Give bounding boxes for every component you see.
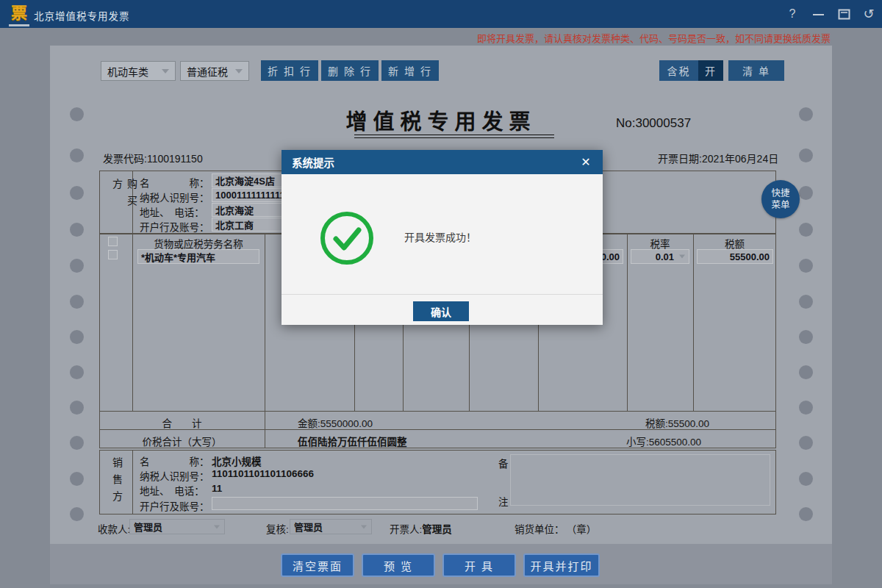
seller-address-value: 11 [212,483,222,494]
perforation-dot [799,401,813,415]
title-bar: 票 北京增值税专用发票 ? ↺ [0,0,882,28]
perforation-dot [799,436,813,450]
invoice-date: 开票日期:2021年06月24日 [658,151,778,165]
perforation-dot [799,472,813,486]
add-row-button[interactable]: 新 增 行 [381,60,439,81]
perforation-dot [799,507,813,521]
perforation-dot [70,107,84,121]
dialog-close-button[interactable]: ✕ [578,154,594,171]
reviewer-value: 管理员 [294,520,323,534]
col-divider [132,234,133,412]
perforation-dot [799,259,813,273]
col-divider [265,234,265,412]
issuer-value: 管理员 [422,524,452,535]
payee-select[interactable]: 管理员 [129,519,225,534]
app-title: 北京增值税专用发票 [34,8,130,23]
restore-button[interactable] [835,6,853,22]
tax-mode-select[interactable]: 普通征税 [180,61,249,81]
tax-included-toggle-label[interactable]: 含税 [659,60,698,81]
buyer-side-label: 购买方 [110,179,139,227]
perforation-dot [799,365,813,379]
perforation-dot [799,107,813,121]
perforation-dot [799,330,813,344]
totals-tax: 税额:55500.00 [645,415,709,430]
help-button[interactable]: ? [784,6,801,22]
undo-button[interactable]: ↺ [860,6,878,22]
quick-menu-button[interactable]: 快捷 菜单 [761,180,800,218]
seller-side-label: 销售方 [110,457,124,509]
issuer: 开票人:管理员 [390,521,452,536]
invoice-code: 发票代码:1100191150 [103,151,203,165]
delete-row-button[interactable]: 删 除 行 [321,60,379,81]
preview-button[interactable]: 预 览 [362,553,435,577]
words-label: 价税合计（大写） [99,434,265,448]
minimize-button[interactable] [810,6,828,22]
seller-taxid-value: 1101101101101106666 [212,468,314,479]
issue-and-print-button[interactable]: 开具并打印 [523,553,600,577]
perforation-dot [70,223,84,237]
remark-label-bottom: 注 [498,494,509,509]
dialog-footer-divider [282,294,603,295]
buyer-name-label: 名 称： [140,175,209,190]
col-header-tax-rate: 税率 [627,236,693,251]
seller-divider [132,450,133,514]
issue-button[interactable]: 开 具 [442,553,516,577]
dialog-message: 开具发票成功！ [404,229,476,244]
col-header-tax-amount: 税额 [693,236,776,251]
perforation-dot [799,223,813,237]
seller-name-value: 北京小规模 [212,453,262,468]
issuer-label: 开票人: [390,524,422,535]
perforation-dot [70,295,84,309]
confirm-button[interactable]: 确认 [413,301,469,321]
system-prompt-dialog: 系统提示 ✕ 开具发票成功！ 确认 [282,150,603,325]
invoice-number: No:30000537 [616,116,691,131]
row-checkbox[interactable] [108,250,118,259]
app-logo-icon: 票 [9,4,29,26]
list-button[interactable]: 清 单 [728,60,784,81]
words-value: 伍佰陆拾万伍仟伍佰圆整 [298,434,407,448]
footer-strip [50,544,832,584]
perforation-dot [799,148,813,162]
app-window: 票 北京增值税专用发票 ? ↺ 即将开具发票，请认真核对发票种类、代码、号码是否… [0,0,882,588]
perforation-dot [70,507,84,521]
perforation-dot [70,436,84,450]
discount-row-button[interactable]: 折 扣 行 [261,60,318,81]
invoice-category-value: 机动车类 [107,64,148,79]
clear-invoice-button[interactable]: 清空票面 [281,553,354,577]
seller-unit-seal: 销货单位：（章） [514,521,596,536]
col-divider [627,234,628,412]
perforation-dot [70,186,84,200]
item-tax-amount-input[interactable]: 55500.00 [697,249,773,264]
perforation-dot [70,365,84,379]
tax-included-toggle-state[interactable]: 开 [698,60,723,81]
remark-textarea[interactable] [510,454,770,506]
restore-icon [838,9,850,20]
select-all-checkbox[interactable] [108,237,118,246]
payee-label: 收款人: [98,521,130,536]
item-tax-rate-value: 0.01 [656,251,674,262]
buyer-bank-label: 开户行及账号： [140,219,209,234]
buyer-address-label: 地址、 电话： [140,204,204,219]
quick-menu-line1: 快捷 [771,187,789,199]
seller-name-label: 名 称： [140,453,209,468]
perforation-dot [70,259,84,273]
seller-bank-label: 开户行及账号： [140,498,209,513]
small-figure-value: 小写:5605500.00 [626,434,701,448]
col-divider [693,234,694,412]
seller-unit-label: 销货单位： [514,524,564,535]
item-tax-rate-select[interactable]: 0.01 [631,249,689,264]
reviewer-label: 复核: [266,521,289,536]
perforation-dot [799,295,813,309]
dialog-titlebar: 系统提示 [282,150,603,174]
remark-label-top: 备 [498,456,509,470]
seller-bank-input[interactable] [212,497,478,510]
item-name-input[interactable]: *机动车*专用汽车 [137,249,259,264]
invoice-category-select[interactable]: 机动车类 [101,61,176,81]
perforation-dot [70,148,84,162]
perforation-dot [799,186,813,200]
minimize-icon [813,14,824,15]
totals-label: 合 计 [99,415,265,430]
chevron-down-icon [162,69,169,74]
invoice-title-underline [354,135,554,138]
reviewer-select[interactable]: 管理员 [290,519,372,534]
